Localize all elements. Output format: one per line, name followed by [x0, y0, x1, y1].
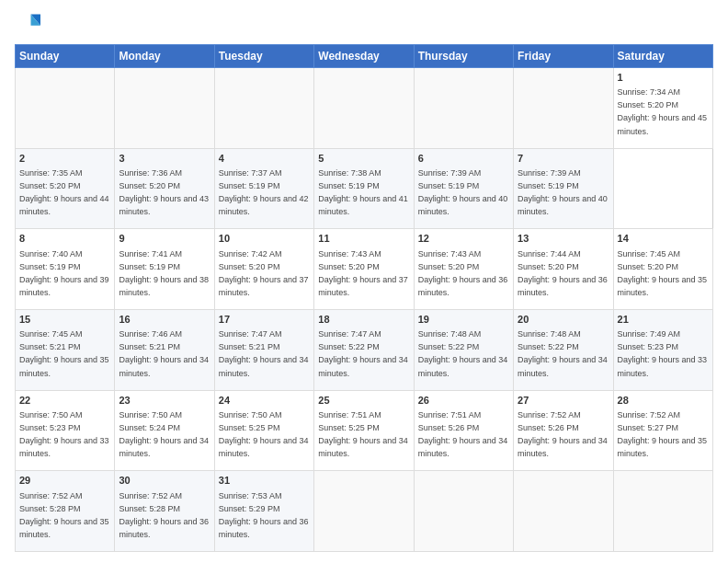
day-cell-1: 1Sunrise: 7:34 AMSunset: 5:20 PMDaylight…: [613, 68, 712, 149]
day-cell-30: 30Sunrise: 7:52 AMSunset: 5:28 PMDayligh…: [115, 471, 214, 552]
col-header-friday: Friday: [514, 45, 613, 68]
calendar-week-2: 8Sunrise: 7:40 AMSunset: 5:19 PMDaylight…: [16, 229, 713, 310]
empty-cell: [514, 471, 613, 552]
day-cell-31: 31Sunrise: 7:53 AMSunset: 5:29 PMDayligh…: [214, 471, 313, 552]
day-cell-6: 6Sunrise: 7:39 AMSunset: 5:19 PMDaylight…: [414, 148, 513, 229]
day-cell-10: 10Sunrise: 7:42 AMSunset: 5:20 PMDayligh…: [214, 229, 313, 310]
calendar-week-1: 2Sunrise: 7:35 AMSunset: 5:20 PMDaylight…: [16, 148, 713, 229]
col-header-saturday: Saturday: [613, 45, 712, 68]
page: SundayMondayTuesdayWednesdayThursdayFrid…: [0, 0, 728, 563]
day-cell-13: 13Sunrise: 7:44 AMSunset: 5:20 PMDayligh…: [514, 229, 613, 310]
day-cell-8: 8Sunrise: 7:40 AMSunset: 5:19 PMDaylight…: [16, 229, 115, 310]
calendar-week-4: 22Sunrise: 7:50 AMSunset: 5:23 PMDayligh…: [16, 390, 713, 471]
empty-cell: [314, 68, 414, 149]
day-cell-23: 23Sunrise: 7:50 AMSunset: 5:24 PMDayligh…: [115, 390, 214, 471]
empty-cell: [414, 471, 513, 552]
day-cell-18: 18Sunrise: 7:47 AMSunset: 5:22 PMDayligh…: [314, 309, 414, 390]
day-cell-29: 29Sunrise: 7:52 AMSunset: 5:28 PMDayligh…: [16, 471, 115, 552]
day-cell-24: 24Sunrise: 7:50 AMSunset: 5:25 PMDayligh…: [214, 390, 313, 471]
day-cell-27: 27Sunrise: 7:52 AMSunset: 5:26 PMDayligh…: [514, 390, 613, 471]
calendar-week-5: 29Sunrise: 7:52 AMSunset: 5:28 PMDayligh…: [16, 471, 713, 552]
col-header-thursday: Thursday: [414, 45, 513, 68]
col-header-monday: Monday: [115, 45, 214, 68]
day-cell-9: 9Sunrise: 7:41 AMSunset: 5:19 PMDaylight…: [115, 229, 214, 310]
calendar-week-0: 1Sunrise: 7:34 AMSunset: 5:20 PMDaylight…: [16, 68, 713, 149]
day-cell-5: 5Sunrise: 7:38 AMSunset: 5:19 PMDaylight…: [314, 148, 414, 229]
empty-cell: [16, 68, 115, 149]
calendar: SundayMondayTuesdayWednesdayThursdayFrid…: [15, 44, 713, 552]
col-header-tuesday: Tuesday: [214, 45, 313, 68]
calendar-week-3: 15Sunrise: 7:45 AMSunset: 5:21 PMDayligh…: [16, 309, 713, 390]
empty-cell: [613, 471, 712, 552]
day-cell-14: 14Sunrise: 7:45 AMSunset: 5:20 PMDayligh…: [613, 229, 712, 310]
day-cell-25: 25Sunrise: 7:51 AMSunset: 5:25 PMDayligh…: [314, 390, 414, 471]
empty-cell: [214, 68, 313, 149]
day-cell-19: 19Sunrise: 7:48 AMSunset: 5:22 PMDayligh…: [414, 309, 513, 390]
day-cell-20: 20Sunrise: 7:48 AMSunset: 5:22 PMDayligh…: [514, 309, 613, 390]
empty-cell: [514, 68, 613, 149]
empty-cell: [414, 68, 513, 149]
header: [15, 11, 713, 37]
day-cell-21: 21Sunrise: 7:49 AMSunset: 5:23 PMDayligh…: [613, 309, 712, 390]
day-cell-28: 28Sunrise: 7:52 AMSunset: 5:27 PMDayligh…: [613, 390, 712, 471]
logo: [15, 11, 44, 37]
logo-icon: [15, 11, 40, 37]
day-cell-15: 15Sunrise: 7:45 AMSunset: 5:21 PMDayligh…: [16, 309, 115, 390]
day-cell-17: 17Sunrise: 7:47 AMSunset: 5:21 PMDayligh…: [214, 309, 313, 390]
calendar-header-row: SundayMondayTuesdayWednesdayThursdayFrid…: [16, 45, 713, 68]
day-cell-2: 2Sunrise: 7:35 AMSunset: 5:20 PMDaylight…: [16, 148, 115, 229]
day-cell-4: 4Sunrise: 7:37 AMSunset: 5:19 PMDaylight…: [214, 148, 313, 229]
day-cell-22: 22Sunrise: 7:50 AMSunset: 5:23 PMDayligh…: [16, 390, 115, 471]
empty-cell: [115, 68, 214, 149]
day-cell-11: 11Sunrise: 7:43 AMSunset: 5:20 PMDayligh…: [314, 229, 414, 310]
col-header-wednesday: Wednesday: [314, 45, 414, 68]
col-header-sunday: Sunday: [16, 45, 115, 68]
day-cell-3: 3Sunrise: 7:36 AMSunset: 5:20 PMDaylight…: [115, 148, 214, 229]
empty-cell: [314, 471, 414, 552]
day-cell-26: 26Sunrise: 7:51 AMSunset: 5:26 PMDayligh…: [414, 390, 513, 471]
day-cell-7: 7Sunrise: 7:39 AMSunset: 5:19 PMDaylight…: [514, 148, 613, 229]
day-cell-12: 12Sunrise: 7:43 AMSunset: 5:20 PMDayligh…: [414, 229, 513, 310]
day-cell-16: 16Sunrise: 7:46 AMSunset: 5:21 PMDayligh…: [115, 309, 214, 390]
